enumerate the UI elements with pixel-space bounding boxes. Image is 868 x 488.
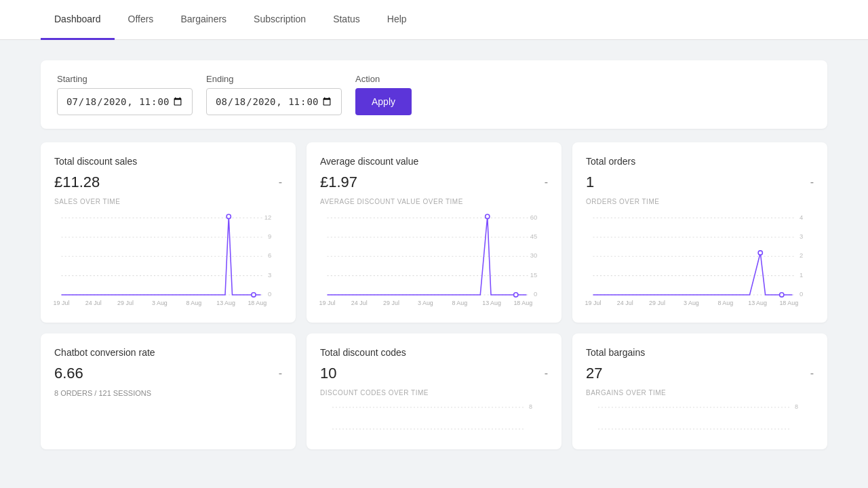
card-value-sales: £11.28 bbox=[54, 174, 100, 191]
svg-text:2: 2 bbox=[800, 251, 803, 259]
svg-text:19 Jul: 19 Jul bbox=[319, 300, 336, 306]
chart-bargains-partial: 8 bbox=[586, 402, 814, 436]
svg-text:4: 4 bbox=[800, 214, 803, 221]
svg-point-30 bbox=[514, 293, 518, 297]
card-value-row-sales: £11.28 - bbox=[54, 174, 282, 191]
card-value-row-orders: 1 - bbox=[586, 174, 814, 191]
svg-text:29 Jul: 29 Jul bbox=[383, 300, 399, 306]
svg-text:8: 8 bbox=[795, 403, 798, 410]
card-value-chatbot: 6.66 bbox=[54, 365, 83, 382]
svg-text:0: 0 bbox=[800, 290, 803, 298]
card-subtitle-bargains: BARGAINS OVER TIME bbox=[586, 389, 814, 396]
svg-text:30: 30 bbox=[530, 251, 538, 259]
svg-point-11 bbox=[252, 293, 256, 297]
card-subtitle-orders: ORDERS OVER TIME bbox=[586, 198, 814, 205]
card-total-orders: Total orders 1 - ORDERS OVER TIME 4 3 2 … bbox=[572, 142, 827, 323]
svg-text:8: 8 bbox=[529, 403, 532, 410]
svg-point-48 bbox=[758, 251, 762, 255]
card-chatbot: Chatbot conversion rate 6.66 - 8 ORDERS … bbox=[41, 333, 296, 449]
tab-subscription[interactable]: Subscription bbox=[240, 0, 319, 40]
svg-text:0: 0 bbox=[268, 290, 271, 298]
svg-text:18 Aug: 18 Aug bbox=[248, 300, 267, 306]
svg-text:24 Jul: 24 Jul bbox=[351, 300, 368, 306]
card-minus-codes: - bbox=[545, 367, 548, 380]
svg-text:3 Aug: 3 Aug bbox=[684, 300, 699, 306]
tab-help[interactable]: Help bbox=[374, 0, 420, 40]
cards-grid: Total discount sales £11.28 - SALES OVER… bbox=[41, 142, 827, 449]
chart-orders: 4 3 2 1 0 19 Jul 24 Jul 29 Jul bbox=[586, 211, 814, 309]
starting-group: Starting bbox=[57, 74, 193, 115]
card-value-codes: 10 bbox=[320, 365, 336, 382]
card-note-chatbot: 8 ORDERS / 121 SESSIONS bbox=[54, 389, 282, 397]
svg-text:9: 9 bbox=[268, 232, 271, 240]
chart-svg-orders: 4 3 2 1 0 19 Jul 24 Jul 29 Jul bbox=[586, 211, 814, 309]
top-bar: Dashboard Offers Bargainers Subscription… bbox=[0, 0, 868, 40]
main-content: Starting Ending Action Apply Total disco… bbox=[0, 40, 868, 470]
svg-text:3 Aug: 3 Aug bbox=[152, 300, 167, 306]
card-value-row-bargains: 27 - bbox=[586, 365, 814, 382]
chart-codes-partial: 8 bbox=[320, 402, 548, 436]
svg-text:13 Aug: 13 Aug bbox=[216, 300, 235, 306]
svg-text:45: 45 bbox=[530, 232, 538, 240]
ending-input[interactable] bbox=[206, 88, 342, 115]
apply-button[interactable]: Apply bbox=[355, 88, 412, 115]
card-total-discount-sales: Total discount sales £11.28 - SALES OVER… bbox=[41, 142, 296, 323]
card-subtitle-avg: AVERAGE DISCOUNT VALUE OVER TIME bbox=[320, 198, 548, 205]
svg-text:6: 6 bbox=[268, 251, 271, 259]
card-subtitle-codes: DISCOUNT CODES OVER TIME bbox=[320, 389, 548, 396]
svg-text:18 Aug: 18 Aug bbox=[779, 300, 798, 306]
card-title-codes: Total discount codes bbox=[320, 347, 548, 358]
svg-text:29 Jul: 29 Jul bbox=[649, 300, 665, 306]
svg-text:24 Jul: 24 Jul bbox=[85, 300, 102, 306]
svg-text:1: 1 bbox=[800, 271, 803, 279]
action-label: Action bbox=[355, 74, 412, 84]
ending-group: Ending bbox=[206, 74, 342, 115]
svg-text:24 Jul: 24 Jul bbox=[617, 300, 633, 306]
svg-point-49 bbox=[780, 293, 784, 297]
card-value-bargains: 27 bbox=[586, 365, 602, 382]
svg-text:29 Jul: 29 Jul bbox=[117, 300, 134, 306]
svg-text:12: 12 bbox=[264, 214, 272, 221]
ending-label: Ending bbox=[206, 74, 342, 84]
card-subtitle-sales: SALES OVER TIME bbox=[54, 198, 282, 205]
svg-text:3: 3 bbox=[800, 232, 803, 240]
action-group: Action Apply bbox=[355, 74, 412, 115]
starting-label: Starting bbox=[57, 74, 193, 84]
svg-text:19 Jul: 19 Jul bbox=[585, 300, 601, 306]
card-title-chatbot: Chatbot conversion rate bbox=[54, 347, 282, 358]
card-value-row-avg: £1.97 - bbox=[320, 174, 548, 191]
filter-card: Starting Ending Action Apply bbox=[41, 60, 827, 129]
svg-text:8 Aug: 8 Aug bbox=[186, 300, 201, 306]
chart-avg: 60 45 30 15 0 19 Jul 24 Jul 29 Jul bbox=[320, 211, 548, 309]
card-value-orders: 1 bbox=[586, 174, 594, 191]
svg-text:0: 0 bbox=[534, 290, 537, 298]
svg-point-10 bbox=[226, 214, 231, 218]
svg-text:3: 3 bbox=[268, 271, 271, 279]
card-value-row-chatbot: 6.66 - bbox=[54, 365, 282, 382]
chart-svg-sales: 12 9 6 3 0 19 Jul bbox=[54, 211, 282, 309]
card-minus-bargains: - bbox=[810, 367, 814, 380]
chart-svg-avg: 60 45 30 15 0 19 Jul 24 Jul 29 Jul bbox=[320, 211, 548, 309]
svg-text:18 Aug: 18 Aug bbox=[513, 300, 532, 306]
card-title-avg: Average discount value bbox=[320, 156, 548, 167]
card-value-avg: £1.97 bbox=[320, 174, 357, 191]
card-minus-avg: - bbox=[545, 176, 548, 188]
tab-dashboard[interactable]: Dashboard bbox=[41, 0, 115, 40]
tab-status[interactable]: Status bbox=[319, 0, 374, 40]
card-minus-sales: - bbox=[279, 176, 282, 188]
svg-text:8 Aug: 8 Aug bbox=[717, 300, 733, 306]
card-avg-discount: Average discount value £1.97 - AVERAGE D… bbox=[307, 142, 561, 323]
tab-bargainers[interactable]: Bargainers bbox=[167, 0, 240, 40]
svg-text:13 Aug: 13 Aug bbox=[748, 300, 767, 306]
svg-text:13 Aug: 13 Aug bbox=[482, 300, 501, 306]
card-title-orders: Total orders bbox=[586, 156, 814, 167]
tab-offers[interactable]: Offers bbox=[115, 0, 167, 40]
svg-text:15: 15 bbox=[530, 271, 538, 279]
svg-text:19 Jul: 19 Jul bbox=[54, 300, 70, 306]
card-title-bargains: Total bargains bbox=[586, 347, 814, 358]
chart-sales: 12 9 6 3 0 19 Jul bbox=[54, 211, 282, 309]
card-discount-codes: Total discount codes 10 - DISCOUNT CODES… bbox=[307, 333, 561, 449]
starting-input[interactable] bbox=[57, 88, 193, 115]
svg-text:8 Aug: 8 Aug bbox=[452, 300, 467, 306]
card-minus-chatbot: - bbox=[279, 367, 282, 380]
